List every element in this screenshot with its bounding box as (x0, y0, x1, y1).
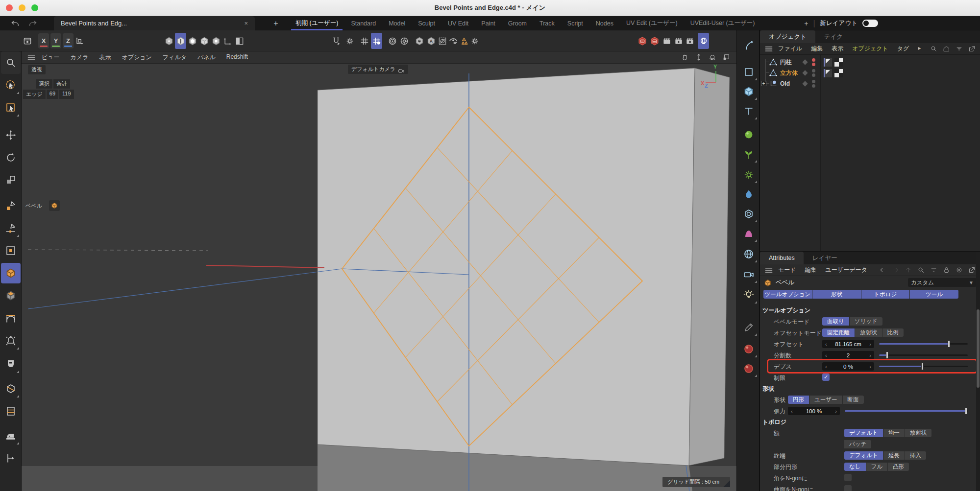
attr-target-icon[interactable] (955, 266, 963, 275)
axis-y-button[interactable]: Y (50, 33, 61, 48)
points-mode-icon[interactable] (163, 33, 174, 49)
phong-tag-icon[interactable] (824, 69, 832, 77)
om-popout-icon[interactable] (967, 45, 976, 53)
camera-label[interactable]: デフォルトカメラ (348, 65, 408, 74)
rectangle-spline[interactable] (739, 63, 758, 81)
segment-option-パッチ[interactable]: パッチ (844, 440, 871, 448)
move-tool[interactable] (1, 125, 21, 145)
attr-filter-icon[interactable] (929, 266, 938, 275)
checkbox-制限[interactable]: ✓ (822, 374, 830, 381)
layout-tab-9[interactable]: Nodes (589, 16, 620, 30)
segment-option-デフォルト[interactable]: デフォルト (844, 429, 883, 437)
axis-x-button[interactable]: X (38, 33, 49, 48)
attr-popout-icon[interactable] (967, 266, 976, 275)
om-menu-1[interactable]: 編集 (807, 45, 827, 53)
auto-mode-icon[interactable]: A (425, 33, 437, 49)
cloth-object[interactable] (739, 185, 758, 204)
om-menu-icon[interactable] (764, 44, 774, 54)
slider-handle[interactable] (886, 351, 888, 359)
cube-primitive[interactable] (739, 82, 758, 101)
falloff-icon[interactable] (387, 33, 398, 49)
vp-menu-2[interactable]: 表示 (94, 53, 116, 62)
close-tab-icon[interactable]: × (244, 20, 248, 27)
attributes-scrollbar[interactable] (976, 252, 980, 491)
om-home-icon[interactable] (942, 45, 951, 53)
vp-menu-5[interactable]: パネル (192, 53, 221, 62)
bevel-tool-icon[interactable] (49, 200, 60, 211)
uv-tag-icon[interactable] (834, 58, 843, 67)
subdivide-tool[interactable] (1, 330, 21, 351)
layout-tab-8[interactable]: Script (561, 16, 589, 30)
om-tab-1[interactable]: テイク (815, 30, 852, 43)
render-team-icon[interactable] (684, 33, 695, 49)
layout-tab-0[interactable]: 初期 (ユーザー) (289, 16, 344, 30)
scale-tool[interactable] (1, 170, 21, 190)
polygon-pen[interactable] (1, 195, 21, 216)
attr-menu-icon[interactable] (764, 265, 774, 275)
axis-mode-icon[interactable] (222, 33, 233, 49)
section-tab-2[interactable]: トポロジ (861, 290, 910, 299)
vp-menu-4[interactable]: フィルタ (157, 53, 192, 62)
value-field[interactable]: ‹100 %› (788, 407, 840, 415)
increment-arrow[interactable]: › (835, 408, 837, 414)
value-field[interactable]: ‹81.165 cm› (822, 340, 874, 348)
vp-menu-0[interactable]: ビュー (36, 53, 65, 62)
render-queue-icon[interactable] (673, 33, 684, 49)
render-to-picture-viewer-icon[interactable] (649, 33, 660, 49)
environment-object[interactable] (739, 245, 758, 263)
ui-toggle-switch[interactable] (862, 20, 878, 27)
checkbox-曲面をN-gonに[interactable] (844, 485, 852, 491)
attr-forward-icon[interactable] (891, 266, 900, 275)
spline-pen[interactable] (739, 36, 758, 55)
display-filter-icon[interactable] (447, 33, 459, 49)
slider-handle[interactable] (965, 407, 967, 415)
quantize-icon[interactable] (359, 33, 370, 49)
material-default[interactable] (739, 340, 758, 358)
om-menu-3[interactable]: オブジェクト (848, 45, 893, 53)
redo-icon[interactable] (27, 18, 38, 29)
segment-option-放射状[interactable]: 放射状 (905, 429, 932, 437)
segment-option-固定距離[interactable]: 固定距離 (822, 328, 855, 337)
attr-tab-1[interactable]: レイヤー (804, 252, 846, 264)
segment-option-面取り[interactable]: 面取り (822, 317, 849, 326)
bevel-solid-tool[interactable] (1, 285, 21, 306)
attr-lock-icon[interactable] (942, 266, 951, 275)
weld-tool[interactable] (1, 354, 21, 374)
attr-search-icon[interactable] (916, 266, 925, 275)
om-menu-2[interactable]: 表示 (827, 45, 848, 53)
commander-search[interactable] (1, 51, 21, 74)
projection-label[interactable]: 透視 (28, 65, 46, 74)
segment-option-放射状[interactable]: 放射状 (855, 328, 882, 337)
content-browser-icon[interactable] (22, 33, 33, 49)
layout-tab-6[interactable]: Groom (502, 16, 533, 30)
light-object[interactable] (739, 286, 758, 304)
loop-cut-tool[interactable] (1, 401, 21, 421)
attr-back-icon[interactable] (878, 266, 887, 275)
vp-menu-6[interactable]: Redshift (221, 53, 253, 62)
uv-tag-icon[interactable] (834, 69, 843, 77)
vp-menu-1[interactable]: カメラ (65, 53, 94, 62)
field-object[interactable] (739, 224, 758, 243)
segment-option-均一[interactable]: 均一 (883, 429, 905, 437)
segment-option-デフォルト[interactable]: デフォルト (844, 451, 883, 460)
simulation-plant[interactable] (739, 145, 758, 164)
attr-menu-1[interactable]: 編集 (801, 266, 821, 274)
snap-settings-icon[interactable] (344, 33, 355, 49)
om-menu-5[interactable]: ▸ (913, 45, 925, 53)
section-tab-1[interactable]: 形状 (812, 290, 861, 299)
add-layout-button[interactable]: + (804, 20, 808, 27)
layout-tab-2[interactable]: Model (382, 16, 412, 30)
preset-dropdown[interactable]: カスタム ▼ (908, 278, 977, 287)
simulation-sphere[interactable] (739, 125, 758, 144)
new-layout-button[interactable]: 新レイアウト (820, 19, 858, 27)
rectangle-selection[interactable] (1, 97, 21, 118)
text-object[interactable] (739, 102, 758, 120)
attr-menu-0[interactable]: モード (774, 266, 801, 274)
slider-control[interactable] (845, 407, 968, 415)
slider-control[interactable] (879, 362, 968, 371)
edge-cut-pen[interactable] (1, 218, 21, 238)
slider-handle[interactable] (921, 363, 924, 370)
coordinate-system-icon[interactable] (74, 33, 85, 49)
extrude-tool[interactable] (1, 240, 21, 261)
line-cut-tool[interactable] (1, 448, 21, 468)
